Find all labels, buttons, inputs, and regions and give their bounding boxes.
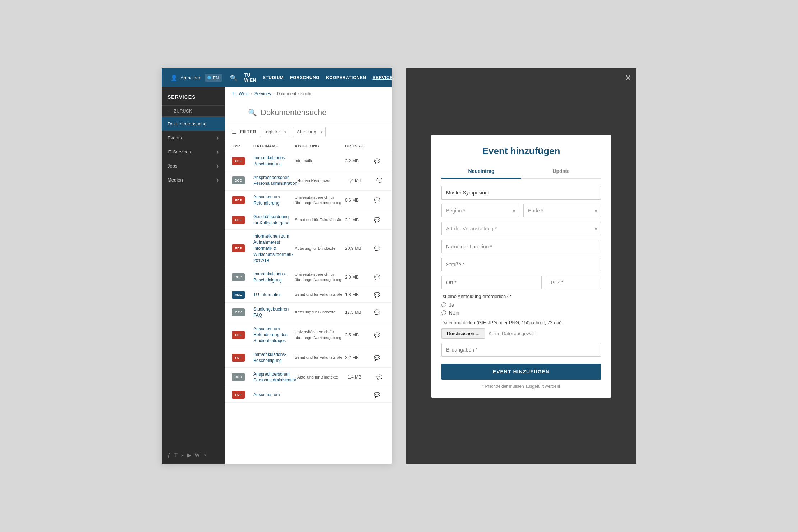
- top-nav: 👤 Abmelden EN 🔍 TU WIEN STUDIUM FORSCHUN…: [162, 68, 392, 87]
- file-dept-9: Universitätsbereich für überlange Namens…: [295, 329, 345, 340]
- browse-button[interactable]: Durchsuchen ...: [441, 328, 485, 339]
- file-badge-pdf: PDF: [232, 196, 245, 204]
- left-panel: 👤 Abmelden EN 🔍 TU WIEN STUDIUM FORSCHUN…: [162, 68, 392, 464]
- file-badge-pdf: PDF: [232, 216, 245, 224]
- location-name-input[interactable]: [441, 240, 601, 253]
- file-name-11[interactable]: Ansprechpersonen Personaladministration: [253, 371, 297, 384]
- radio-ja-input[interactable]: [441, 302, 446, 307]
- radio-nein-input[interactable]: [441, 310, 446, 315]
- file-badge-doc: DOC: [232, 176, 245, 184]
- search-input[interactable]: [261, 108, 368, 117]
- file-name-9[interactable]: Ansuchen um Refundierung des Studienbeit…: [253, 326, 295, 344]
- event-name-input[interactable]: [441, 186, 601, 200]
- wikipedia-icon[interactable]: W: [195, 452, 200, 458]
- message-icon-9[interactable]: 💬: [374, 332, 385, 338]
- beginn-select[interactable]: Beginn *: [441, 204, 519, 217]
- sidebar: SERVICES ← ZURÜCK Dokumentensuche Events…: [162, 87, 225, 464]
- breadcrumb-sep2: ›: [273, 91, 275, 96]
- tab-update[interactable]: Update: [521, 165, 601, 179]
- search-icon[interactable]: 🔍: [230, 74, 237, 81]
- radio-nein[interactable]: Nein: [441, 310, 601, 316]
- message-icon-active-7[interactable]: 💬: [374, 292, 385, 298]
- radio-ja[interactable]: Ja: [441, 302, 601, 308]
- sidebar-item-dokumentensuche[interactable]: Dokumentensuche: [162, 117, 225, 131]
- nav-kooperationen[interactable]: KOOPERATIONEN: [326, 75, 366, 80]
- message-icon-2[interactable]: 💬: [376, 178, 387, 183]
- file-badge-pdf: PDF: [232, 354, 245, 362]
- modal-backdrop: ✕ Event hinzufügen Neueintrag Update Beg…: [406, 68, 636, 464]
- file-name-1[interactable]: Immatrikulations-Bescheinigung: [253, 155, 295, 167]
- facebook-icon[interactable]: ƒ: [168, 452, 170, 458]
- sidebar-back-button[interactable]: ← ZURÜCK: [162, 105, 225, 117]
- file-dept-11: Abteilung für Blindtexte: [297, 375, 348, 380]
- art-select[interactable]: Art der Veranstaltung *: [441, 222, 601, 235]
- message-icon-6[interactable]: 💬: [374, 274, 385, 280]
- message-icon-4[interactable]: 💬: [374, 217, 385, 223]
- filter-icon: ☲: [232, 129, 237, 135]
- sidebar-item-medien[interactable]: Medien ❯: [162, 173, 225, 187]
- file-name-12[interactable]: Ansuchen um: [253, 392, 295, 398]
- file-dept-10: Senat und für Fakultätsräte: [295, 355, 345, 360]
- tab-neueintrag[interactable]: Neueintrag: [441, 165, 521, 179]
- file-dept-5: Abteilung für Blindtexte: [295, 246, 345, 251]
- file-name-7[interactable]: TU Informatics: [253, 292, 295, 298]
- sidebar-item-it-services[interactable]: IT-Services ❯: [162, 145, 225, 159]
- ende-select[interactable]: Ende *: [523, 204, 601, 217]
- message-icon-5[interactable]: 💬: [374, 246, 385, 251]
- sidebar-events-label: Events: [168, 135, 182, 141]
- file-dept-6: Universitätsbereich für überlange Namens…: [295, 272, 345, 283]
- file-name-8[interactable]: Studiengebuehren FAQ: [253, 306, 295, 318]
- file-name-5[interactable]: Informationen zum Aufnahmetest Informati…: [253, 233, 295, 263]
- modal-title: Event hinzufügen: [441, 146, 601, 157]
- table-row: PDF Immatrikulations-Bescheinigung Infor…: [225, 151, 392, 171]
- message-icon-10[interactable]: 💬: [374, 355, 385, 361]
- breadcrumb-services[interactable]: Services: [254, 91, 271, 96]
- youtube-icon[interactable]: ▶: [187, 452, 191, 458]
- strasse-input[interactable]: [441, 258, 601, 271]
- search-icon: 🔍: [248, 108, 257, 117]
- submit-button[interactable]: EVENT HINZUFÜGEN: [441, 364, 601, 380]
- breadcrumb-tu-wien[interactable]: TU Wien: [232, 91, 249, 96]
- plz-input[interactable]: [546, 276, 601, 289]
- sidebar-footer: ƒ 𝕋 x ▶ W ⚬: [162, 446, 225, 464]
- table-row: CSV Studiengebuehren FAQ Abteilung für B…: [225, 303, 392, 322]
- nav-tu-wien[interactable]: TU WIEN: [244, 73, 256, 83]
- bildangaben-input[interactable]: [441, 343, 601, 357]
- file-dept-8: Abteilung für Blindtexte: [295, 309, 345, 315]
- abteilung-select[interactable]: Abteilung: [293, 127, 326, 137]
- ort-input[interactable]: [441, 276, 542, 289]
- sidebar-medien-label: Medien: [168, 177, 183, 183]
- nav-studium[interactable]: STUDIUM: [263, 75, 284, 80]
- file-size-8: 17,5 MB: [345, 310, 374, 315]
- file-size-2: 1,4 MB: [348, 178, 376, 183]
- message-icon-12[interactable]: 💬: [374, 392, 385, 398]
- back-label: ZURÜCK: [174, 109, 192, 114]
- main-content: TU Wien › Services › Dokumentensuche 🔍 ☲…: [225, 87, 392, 464]
- sidebar-item-jobs[interactable]: Jobs ❯: [162, 159, 225, 173]
- lang-label: EN: [213, 75, 219, 81]
- file-name-4[interactable]: Geschäftsordnung für Kollegialorgane: [253, 214, 295, 226]
- message-icon-3[interactable]: 💬: [374, 197, 385, 203]
- xing-icon[interactable]: x: [181, 452, 184, 458]
- filter-bar: ☲ FILTER Tagfilter Abteilung: [225, 123, 392, 141]
- modal-close-button[interactable]: ✕: [625, 73, 631, 83]
- file-name-3[interactable]: Ansuchen um Refundierung: [253, 194, 295, 206]
- abmelden-button[interactable]: Abmelden: [180, 75, 202, 81]
- tagfilter-select[interactable]: Tagfilter: [260, 127, 289, 137]
- file-badge-pdf: PDF: [232, 391, 245, 399]
- file-dept-4: Senat und für Fakultätsräte: [295, 217, 345, 223]
- file-name-2[interactable]: Ansprechpersonen Personaladministration: [253, 175, 297, 187]
- message-icon-1[interactable]: 💬: [374, 158, 385, 164]
- file-badge-pdf: PDF: [232, 244, 245, 252]
- sidebar-item-events[interactable]: Events ❯: [162, 131, 225, 145]
- message-icon-8[interactable]: 💬: [374, 309, 385, 315]
- instagram-icon[interactable]: ⚬: [203, 452, 207, 458]
- nav-services[interactable]: SERVICES: [373, 75, 392, 80]
- file-name-10[interactable]: Immatrikulations-Bescheinigung: [253, 352, 295, 364]
- nav-forschung[interactable]: FORSCHUNG: [290, 75, 320, 80]
- lang-button[interactable]: EN: [205, 74, 222, 82]
- file-name-6[interactable]: Immatrikulations-Bescheinigung: [253, 271, 295, 283]
- message-icon-11[interactable]: 💬: [376, 374, 387, 380]
- twitter-icon[interactable]: 𝕋: [174, 452, 178, 458]
- file-dept-2: Human Resources: [297, 178, 348, 183]
